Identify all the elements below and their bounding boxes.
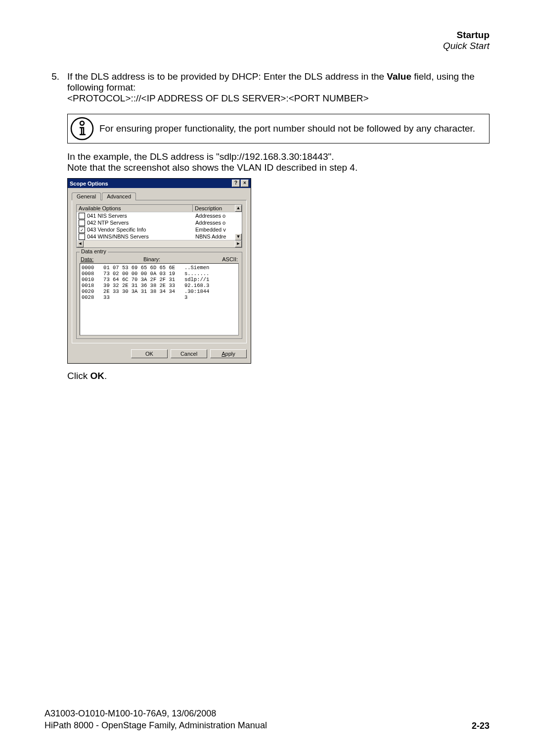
click-ok-text: Click OK.: [67, 371, 490, 381]
apply-button[interactable]: Apply: [210, 349, 247, 358]
help-button[interactable]: ?: [232, 180, 240, 187]
option-row[interactable]: 041 NIS Servers Addresses o: [77, 212, 242, 219]
option-desc: Embedded v: [195, 226, 240, 233]
scroll-left-icon[interactable]: ◄: [77, 240, 84, 247]
scroll-up-icon[interactable]: ▲: [235, 205, 242, 212]
tab-strip: General Advanced: [72, 192, 247, 200]
step-5: 5. If the DLS address is to be provided …: [44, 71, 490, 104]
binary-label: Binary:: [104, 256, 199, 262]
step-number: 5.: [44, 71, 59, 104]
page-number: 2-23: [472, 721, 490, 731]
checkbox[interactable]: [79, 234, 85, 240]
dialog-buttons: OK Cancel Apply: [72, 349, 247, 358]
example-line1: In the example, the DLS address is "sdlp…: [67, 151, 490, 162]
tab-advanced[interactable]: Advanced: [102, 192, 136, 200]
click-prefix: Click: [67, 371, 90, 381]
header-subtitle: Quick Start: [44, 41, 490, 51]
click-bold: OK: [90, 371, 104, 381]
page-footer: A31003-O1010-M100-10-76A9, 13/06/2008 Hi…: [44, 708, 490, 731]
footer-line2: HiPath 8000 - OpenStage Family, Administ…: [44, 720, 267, 731]
step-text-2: <PROTOCOL>::/​/<IP ADDRESS OF DLS SERVER…: [67, 93, 490, 104]
page-header: Startup Quick Start: [44, 30, 490, 51]
option-row[interactable]: 044 WINS/NBNS Servers NBNS Addre: [77, 233, 242, 240]
option-name: 044 WINS/NBNS Servers: [87, 233, 195, 240]
data-label: Data:: [81, 256, 104, 262]
scope-options-dialog: Scope Options ? × General Advanced ▲ ▼ A…: [67, 178, 251, 364]
horizontal-scrollbar[interactable]: ◄ ►: [77, 240, 242, 247]
scroll-right-icon[interactable]: ►: [235, 240, 242, 247]
data-entry-group: Data entry Data: Binary: ASCII: 0000 01 …: [76, 252, 242, 339]
header-title: Startup: [44, 30, 490, 41]
scroll-down-icon[interactable]: ▼: [235, 234, 242, 240]
value-field-word: Value: [387, 71, 411, 82]
click-suffix: .: [104, 371, 107, 381]
tab-general[interactable]: General: [72, 192, 101, 200]
dialog-titlebar: Scope Options ? ×: [68, 179, 251, 188]
option-desc: Addresses o: [195, 212, 240, 219]
scroll-track[interactable]: [84, 240, 235, 247]
option-name: 041 NIS Servers: [87, 212, 195, 219]
ascii-label: ASCII:: [199, 256, 238, 262]
option-desc: Addresses o: [195, 219, 240, 226]
option-name: 043 Vendor Specific Info: [87, 226, 195, 233]
footer-line1: A31003-O1010-M100-10-76A9, 13/06/2008: [44, 708, 267, 719]
step-text-1a: If the DLS address is to be provided by …: [67, 71, 387, 82]
cancel-button[interactable]: Cancel: [171, 349, 207, 358]
note-text: For ensuring proper functionality, the p…: [99, 123, 475, 134]
dialog-title: Scope Options: [70, 181, 108, 187]
example-text: In the example, the DLS address is "sdlp…: [67, 151, 490, 173]
option-row[interactable]: 042 NTP Servers Addresses o: [77, 219, 242, 226]
close-button[interactable]: ×: [241, 180, 249, 187]
info-icon: [70, 116, 94, 141]
example-line2: Note that the screenshot also shows the …: [67, 162, 490, 173]
option-name: 042 NTP Servers: [87, 219, 195, 226]
svg-point-1: [80, 121, 84, 125]
options-listbox[interactable]: ▲ ▼ Available Options Description▲ 041 N…: [76, 204, 242, 248]
option-row[interactable]: ✓ 043 Vendor Specific Info Embedded v: [77, 226, 242, 233]
note-box: For ensuring proper functionality, the p…: [67, 114, 490, 143]
checkbox[interactable]: [79, 220, 85, 226]
option-desc: NBNS Addre: [195, 233, 240, 240]
group-label: Data entry: [80, 248, 108, 254]
col-available-options[interactable]: Available Options: [77, 205, 193, 212]
hex-editor[interactable]: 0000 01 07 53 69 65 6D 65 6E ..Siemen 00…: [80, 263, 239, 335]
checkbox[interactable]: [79, 213, 85, 219]
checkbox-checked[interactable]: ✓: [79, 227, 85, 233]
ok-button[interactable]: OK: [131, 349, 168, 358]
step-body: If the DLS address is to be provided by …: [67, 71, 490, 104]
